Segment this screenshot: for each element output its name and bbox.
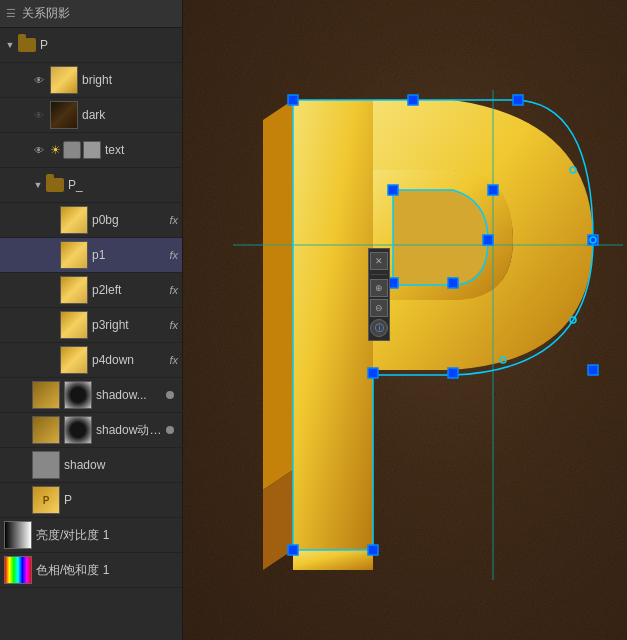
- svg-rect-4: [408, 95, 418, 105]
- svg-rect-5: [513, 95, 523, 105]
- layer-label-p4down: p4down: [92, 353, 165, 367]
- layer-label-shadow1: shadow...: [96, 388, 166, 402]
- fx-p3right: fx: [169, 319, 178, 331]
- layer-row-p0bg[interactable]: p0bg fx: [0, 203, 182, 238]
- layer-label-hue: 色相/饱和度 1: [36, 562, 178, 579]
- layer-label-shadow2: shadow动感...: [96, 422, 166, 439]
- layer-label-p1: p1: [92, 248, 165, 262]
- svg-rect-14: [448, 278, 458, 288]
- svg-rect-7: [588, 365, 598, 375]
- p-side-left: [263, 100, 293, 490]
- thumb-p0bg: [60, 206, 88, 234]
- layers-panel: ☰ 关系阴影 ▼ P 👁 bright 👁 dark 👁 ☀: [0, 0, 183, 640]
- layer-label-brightness: 亮度/对比度 1: [36, 527, 178, 544]
- svg-rect-3: [288, 95, 298, 105]
- thumb-shadow1: [32, 381, 60, 409]
- p-bottom: [293, 550, 373, 570]
- thumb-hue: [4, 556, 32, 584]
- layer-label-p0bg: p0bg: [92, 213, 165, 227]
- svg-rect-16: [388, 185, 398, 195]
- thumb-text: [63, 141, 81, 159]
- folder-icon-inner: [46, 178, 64, 192]
- group-arrow[interactable]: ▼: [4, 39, 16, 51]
- layer-label-p3right: p3right: [92, 318, 165, 332]
- panel-header: ☰ 关系阴影: [0, 0, 182, 28]
- thumb-text2: [83, 141, 101, 159]
- group-label: P: [40, 38, 178, 52]
- layer-row-hue[interactable]: 色相/饱和度 1: [0, 553, 182, 588]
- svg-rect-10: [368, 545, 378, 555]
- fx-p0bg: fx: [169, 214, 178, 226]
- mini-tools-panel: ✕ ⊕ ⊖ ⓘ: [368, 248, 390, 341]
- thumb-P-single: P: [32, 486, 60, 514]
- panel-title: 关系阴影: [22, 5, 70, 22]
- canvas-area: ✕ ⊕ ⊖ ⓘ: [183, 0, 627, 640]
- layer-label-bright: bright: [82, 73, 178, 87]
- sun-icon: ☀: [50, 143, 61, 157]
- thumb-dark: [50, 101, 78, 129]
- svg-rect-11: [288, 545, 298, 555]
- vis-dot-shadow2: [166, 426, 174, 434]
- layer-label-p2left: p2left: [92, 283, 165, 297]
- thumb-p1: [60, 241, 88, 269]
- layer-label-shadow3: shadow: [64, 458, 178, 472]
- thumb-p2left: [60, 276, 88, 304]
- group-arrow-inner[interactable]: ▼: [32, 179, 44, 191]
- layer-row-brightness[interactable]: 亮度/对比度 1: [0, 518, 182, 553]
- layer-row-bright[interactable]: 👁 bright: [0, 63, 182, 98]
- fx-p2left: fx: [169, 284, 178, 296]
- layer-row-p3right[interactable]: p3right fx: [0, 308, 182, 343]
- group-row-P-top[interactable]: ▼ P: [0, 28, 182, 63]
- panel-icon: ☰: [6, 7, 16, 20]
- thumb-shadow2b: [64, 416, 92, 444]
- vis-dot-shadow1: [166, 391, 174, 399]
- layer-row-p1[interactable]: p1 fx: [0, 238, 182, 273]
- p-inner-hole: [393, 190, 488, 285]
- svg-rect-13: [483, 235, 493, 245]
- thumb-shadow3: [32, 451, 60, 479]
- eye-icon-text[interactable]: 👁: [32, 145, 46, 155]
- mini-btn-1[interactable]: ⊕: [370, 279, 388, 297]
- eye-icon-bright[interactable]: 👁: [32, 75, 46, 85]
- thumb-p3right: [60, 311, 88, 339]
- fx-p4down: fx: [169, 354, 178, 366]
- folder-icon: [18, 38, 36, 52]
- group-label-inner: P_: [68, 178, 178, 192]
- fx-p1: fx: [169, 249, 178, 261]
- layer-row-shadow3[interactable]: shadow: [0, 448, 182, 483]
- layer-row-dark[interactable]: 👁 dark: [0, 98, 182, 133]
- layer-label-text: text: [105, 143, 178, 157]
- thumb-p4down: [60, 346, 88, 374]
- layer-row-shadow1[interactable]: shadow...: [0, 378, 182, 413]
- layer-row-p4down[interactable]: p4down fx: [0, 343, 182, 378]
- p-letter-svg: [233, 90, 623, 580]
- svg-rect-9: [368, 368, 378, 378]
- layer-row-P-single[interactable]: P P: [0, 483, 182, 518]
- layer-label-dark: dark: [82, 108, 178, 122]
- thumb-shadow1b: [64, 381, 92, 409]
- p-bar: [293, 100, 373, 550]
- layer-row-shadow2[interactable]: shadow动感...: [0, 413, 182, 448]
- thumb-bright: [50, 66, 78, 94]
- layer-row-p2left[interactable]: p2left fx: [0, 273, 182, 308]
- svg-rect-12: [488, 185, 498, 195]
- mini-btn-close[interactable]: ✕: [370, 252, 388, 270]
- thumb-shadow2: [32, 416, 60, 444]
- svg-rect-8: [448, 368, 458, 378]
- mini-btn-2[interactable]: ⊖: [370, 299, 388, 317]
- eye-icon-dark[interactable]: 👁: [32, 110, 46, 120]
- layer-label-P-single: P: [64, 493, 178, 507]
- group-row-P-inner[interactable]: ▼ P_: [0, 168, 182, 203]
- mini-btn-info[interactable]: ⓘ: [370, 319, 388, 337]
- layer-row-text[interactable]: 👁 ☀ text: [0, 133, 182, 168]
- thumb-brightness: [4, 521, 32, 549]
